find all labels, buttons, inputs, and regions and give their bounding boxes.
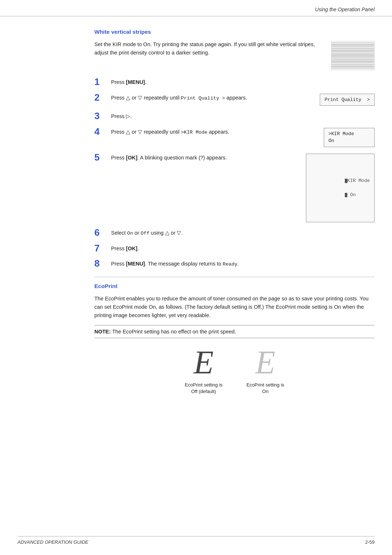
step-number-1: 1 [94, 77, 108, 87]
section1-heading: White vertical stripes [94, 29, 375, 35]
section-divider [94, 277, 375, 277]
header-title: Using the Operation Panel [315, 7, 375, 12]
step-number-4: 4 [94, 126, 108, 137]
step-content-8: Press [MENU]. The message display return… [111, 258, 375, 268]
step-number-7: 7 [94, 243, 108, 254]
ecoprint-on-letter: E [245, 346, 285, 379]
footer-page-number: 2-59 [365, 539, 375, 545]
step-content-5: Press [OK]. A blinking question mark (?)… [111, 152, 375, 223]
ecoprint-on-caption: EcoPrint setting isOn [246, 382, 284, 395]
step-number-5: 5 [94, 152, 108, 163]
step-2-menu-item: Print Quality > [181, 96, 225, 101]
step-4: 4 Press △ or ▽ repeatedly until >KIR Mod… [94, 126, 375, 147]
ecoprint-on-container: E EcoPrint setting isOn [245, 346, 285, 395]
step-4-text: Press △ or ▽ repeatedly until >KIR Mode … [111, 128, 315, 137]
step-content-2: Press △ or ▽ repeatedly until Print Qual… [111, 92, 375, 106]
step-content-7: Press [OK]. [111, 243, 375, 252]
ecoprint-off-caption: EcoPrint setting isOff (default) [185, 382, 222, 395]
ecoprint-off-letter: E [184, 346, 224, 379]
note-box: NOTE: The EcoPrint setting has no effect… [94, 325, 375, 338]
intro-block: Set the KIR mode to On. Try printing the… [94, 40, 375, 70]
section2-intro: The EcoPrint enables you to reduce the a… [94, 295, 375, 320]
ok-key-label-2: [OK] [126, 246, 137, 251]
step-content-6: Select On or Off using △ or ▽. [111, 227, 375, 238]
step-8: 8 Press [MENU]. The message display retu… [94, 258, 375, 269]
step-number-6: 6 [94, 227, 108, 238]
step-4-menu-item: >KIR Mode [181, 130, 207, 135]
step-6: 6 Select On or Off using △ or ▽. [94, 227, 375, 238]
step-5-text: Press [OK]. A blinking question mark (?)… [111, 154, 297, 162]
page-footer: ADVANCED OPERATION GUIDE 2-59 [17, 536, 375, 545]
lcd-display-step2: Print Quality > [320, 94, 375, 106]
main-content: White vertical stripes Set the KIR mode … [0, 16, 392, 409]
ready-status: Ready [223, 262, 238, 267]
section2-heading: EcoPrint [94, 283, 375, 289]
note-text: The EcoPrint setting has no effect on th… [111, 329, 236, 335]
step-3: 3 Press ▷. [94, 111, 375, 121]
step-number-8: 8 [94, 258, 108, 269]
step-2-text: Press △ or ▽ repeatedly until Print Qual… [111, 94, 311, 102]
page-header: Using the Operation Panel [0, 0, 392, 16]
step-5: 5 Press [OK]. A blinking question mark (… [94, 152, 375, 223]
lcd-display-step4: >KIR Mode On [324, 128, 375, 147]
step-number-3: 3 [94, 111, 108, 121]
step-content-3: Press ▷. [111, 111, 375, 120]
section1-intro: Set the KIR mode to On. Try printing the… [94, 40, 319, 57]
steps-list: 1 Press [MENU]. 2 Press △ or ▽ repeatedl… [94, 77, 375, 269]
step-content-1: Press [MENU]. [111, 77, 375, 86]
step-7: 7 Press [OK]. [94, 243, 375, 254]
stripes-illustration [331, 41, 375, 70]
lcd-display-step5: ■KIR Mode ■ On [306, 154, 375, 223]
off-option: Off [141, 231, 150, 236]
menu-key-label: [MENU] [126, 79, 145, 85]
footer-guide-title: ADVANCED OPERATION GUIDE [17, 539, 89, 545]
ecoprint-off-container: E EcoPrint setting isOff (default) [184, 346, 224, 395]
ecoprint-comparison: E EcoPrint setting isOff (default) E Eco… [94, 346, 375, 395]
step-content-4: Press △ or ▽ repeatedly until >KIR Mode … [111, 126, 375, 147]
note-label: NOTE: [94, 329, 111, 335]
step-number-2: 2 [94, 92, 108, 103]
step-2: 2 Press △ or ▽ repeatedly until Print Qu… [94, 92, 375, 106]
ok-key-label: [OK] [126, 155, 137, 161]
menu-key-label-2: [MENU] [126, 261, 145, 267]
step-1: 1 Press [MENU]. [94, 77, 375, 87]
on-option: On [127, 231, 133, 236]
